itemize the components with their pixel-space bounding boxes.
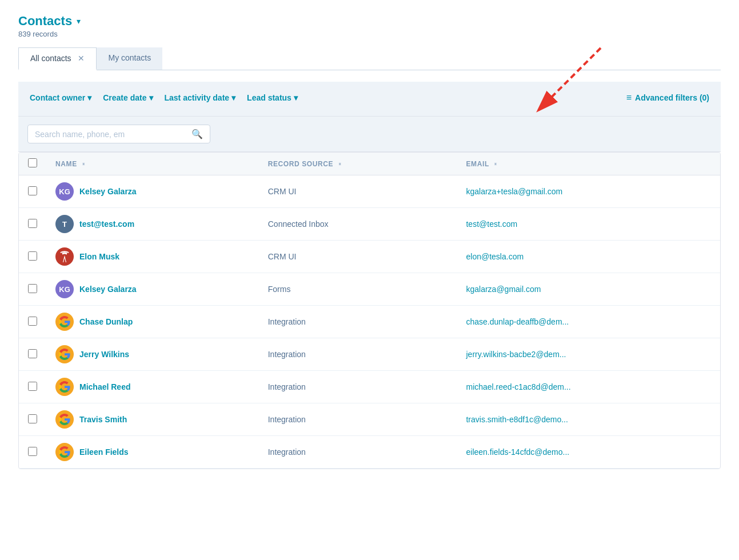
page-header: Contacts ▾ 839 records [18, 14, 721, 38]
record-source-column-header[interactable]: RECORD SOURCE [259, 153, 457, 175]
name-cell: Chase Dunlap [46, 306, 259, 338]
row-checkbox[interactable] [28, 317, 37, 326]
email-cell[interactable]: eileen.fields-14cfdc@demo... [457, 436, 720, 469]
select-all-checkbox[interactable] [28, 158, 37, 167]
record-source-cell: Forms [259, 273, 457, 306]
email-column-header[interactable]: EMAIL [457, 153, 720, 175]
table-body: KGKelsey GalarzaCRM UIkgalarza+tesla@gma… [19, 175, 720, 469]
row-checkbox[interactable] [28, 219, 37, 228]
row-checkbox-cell[interactable] [19, 371, 46, 403]
email-link[interactable]: kgalarza@gmail.com [466, 285, 541, 294]
row-checkbox[interactable] [28, 284, 37, 293]
name-column-label: NAME [55, 160, 77, 168]
row-checkbox-cell[interactable] [19, 436, 46, 469]
filter-row: Contact owner ▾ Create date ▾ Last activ… [30, 91, 709, 105]
last-activity-date-filter[interactable]: Last activity date ▾ [165, 91, 236, 105]
avatar: KG [55, 280, 74, 298]
email-link[interactable]: michael.reed-c1ac8d@dem... [466, 382, 570, 391]
email-link[interactable]: travis.smith-e8df1c@demo... [466, 415, 568, 424]
data-table: NAME RECORD SOURCE EMAIL [19, 153, 720, 469]
table-row: Elon MuskCRM UIelon@tesla.com [19, 241, 720, 273]
row-checkbox-cell[interactable] [19, 403, 46, 436]
contact-name-link[interactable]: Travis Smith [79, 415, 127, 424]
email-link[interactable]: test@test.com [466, 219, 517, 229]
row-checkbox[interactable] [28, 414, 37, 423]
row-checkbox[interactable] [28, 349, 37, 358]
tab-all-contacts[interactable]: All contacts ✕ [18, 47, 97, 70]
create-date-chevron-icon: ▾ [149, 93, 153, 102]
avatar [55, 410, 74, 429]
record-source-cell: Connected Inbox [259, 208, 457, 241]
tab-my-label: My contacts [108, 53, 151, 62]
name-cell: Elon Musk [46, 241, 259, 273]
avatar [55, 378, 74, 396]
contact-name-link[interactable]: test@test.com [79, 219, 134, 229]
search-input[interactable] [35, 130, 189, 139]
select-all-header[interactable] [19, 153, 46, 175]
row-checkbox-cell[interactable] [19, 208, 46, 241]
search-icon: 🔍 [191, 129, 203, 139]
row-checkbox-cell[interactable] [19, 338, 46, 371]
table-header: NAME RECORD SOURCE EMAIL [19, 153, 720, 175]
tab-my-contacts[interactable]: My contacts [97, 47, 162, 70]
contact-owner-filter[interactable]: Contact owner ▾ [30, 91, 91, 105]
avatar: KG [55, 182, 74, 201]
avatar [55, 247, 74, 266]
record-source-cell: Integration [259, 306, 457, 338]
row-checkbox[interactable] [28, 251, 37, 261]
name-column-header[interactable]: NAME [46, 153, 259, 175]
table-row: KGKelsey GalarzaFormskgalarza@gmail.com [19, 273, 720, 306]
contact-name-link[interactable]: Kelsey Galarza [79, 285, 137, 294]
record-count: 839 records [18, 30, 721, 38]
email-cell[interactable]: travis.smith-e8df1c@demo... [457, 403, 720, 436]
avatar [55, 443, 74, 461]
email-cell[interactable]: kgalarza+tesla@gmail.com [457, 175, 720, 208]
row-checkbox-cell[interactable] [19, 175, 46, 208]
advanced-filters-button[interactable]: ≡ Advanced filters (0) [626, 93, 709, 103]
contact-name-link[interactable]: Chase Dunlap [79, 317, 133, 326]
email-link[interactable]: chase.dunlap-deaffb@dem... [466, 317, 569, 326]
advanced-filters-label: Advanced filters (0) [635, 93, 709, 102]
avatar: T [55, 215, 74, 233]
email-cell[interactable]: jerry.wilkins-bacbe2@dem... [457, 338, 720, 371]
row-checkbox-cell[interactable] [19, 273, 46, 306]
email-cell[interactable]: test@test.com [457, 208, 720, 241]
tabs-row: All contacts ✕ My contacts [18, 47, 721, 70]
email-link[interactable]: kgalarza+tesla@gmail.com [466, 187, 562, 196]
row-checkbox[interactable] [28, 186, 37, 195]
contact-owner-chevron-icon: ▾ [87, 93, 91, 102]
email-link[interactable]: elon@tesla.com [466, 252, 524, 261]
row-checkbox[interactable] [28, 447, 37, 456]
record-source-cell: Integration [259, 403, 457, 436]
email-cell[interactable]: michael.reed-c1ac8d@dem... [457, 371, 720, 403]
tab-close-icon[interactable]: ✕ [78, 54, 85, 63]
create-date-label: Create date [103, 93, 146, 102]
create-date-filter[interactable]: Create date ▾ [103, 91, 153, 105]
search-area: 🔍 [18, 117, 721, 152]
row-checkbox-cell[interactable] [19, 306, 46, 338]
table-row: Ttest@test.comConnected Inboxtest@test.c… [19, 208, 720, 241]
table-row: Travis SmithIntegrationtravis.smith-e8df… [19, 403, 720, 436]
avatar [55, 313, 74, 331]
contact-name-link[interactable]: Michael Reed [79, 382, 130, 391]
row-checkbox-cell[interactable] [19, 241, 46, 273]
email-link[interactable]: jerry.wilkins-bacbe2@dem... [466, 350, 566, 359]
email-cell[interactable]: elon@tesla.com [457, 241, 720, 273]
contact-name-link[interactable]: Jerry Wilkins [79, 350, 129, 359]
contact-name-link[interactable]: Elon Musk [79, 252, 119, 261]
contact-owner-label: Contact owner [30, 93, 85, 102]
email-link[interactable]: eileen.fields-14cfdc@demo... [466, 447, 569, 457]
contact-name-link[interactable]: Eileen Fields [79, 447, 129, 457]
record-source-column-label: RECORD SOURCE [268, 160, 333, 168]
name-cell: KGKelsey Galarza [46, 175, 259, 208]
contact-name-link[interactable]: Kelsey Galarza [79, 187, 137, 196]
email-cell[interactable]: chase.dunlap-deaffb@dem... [457, 306, 720, 338]
table-row: KGKelsey GalarzaCRM UIkgalarza+tesla@gma… [19, 175, 720, 208]
lead-status-filter[interactable]: Lead status ▾ [247, 91, 298, 105]
email-cell[interactable]: kgalarza@gmail.com [457, 273, 720, 306]
title-dropdown-icon[interactable]: ▾ [77, 17, 81, 26]
filter-lines-icon: ≡ [626, 93, 632, 103]
name-cell: Ttest@test.com [46, 208, 259, 241]
name-cell: Travis Smith [46, 403, 259, 436]
row-checkbox[interactable] [28, 382, 37, 391]
